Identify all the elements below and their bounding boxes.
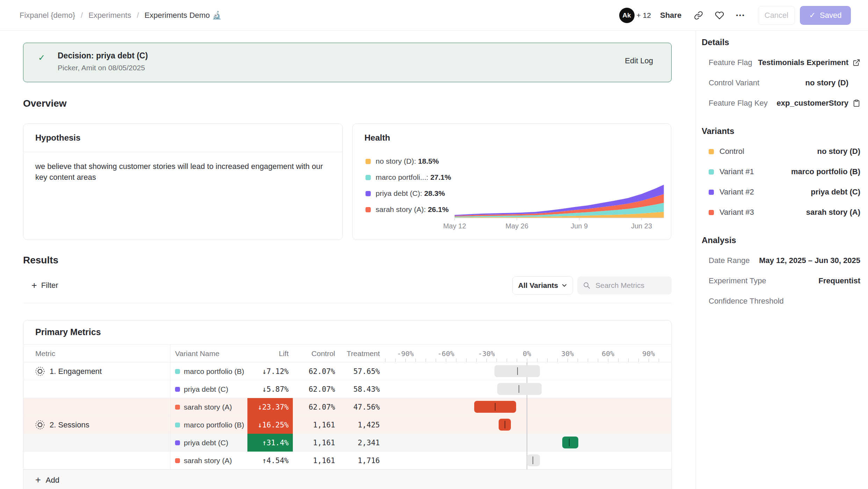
plus-icon: +: [35, 475, 41, 485]
ci-ruler-tick: [608, 359, 608, 362]
lift-badge: ↓23.37%: [247, 398, 293, 416]
ci-ruler-tick: [659, 359, 659, 362]
detail-row: Feature FlagTestimonials Experiment: [696, 52, 868, 73]
saved-button[interactable]: ✓ Saved: [800, 6, 851, 25]
lift-value: ↓7.12%: [247, 362, 293, 380]
all-variants-dropdown[interactable]: All Variants: [512, 276, 573, 295]
legend-color-chip: [366, 159, 371, 164]
results-heading: Results: [23, 255, 58, 266]
ci-ruler-tick: [638, 359, 639, 362]
variant-row: Variant #3sarah story (A): [696, 202, 868, 222]
variant-name: sarah story (A): [184, 456, 232, 465]
treatment-value: 58.43%: [338, 380, 380, 398]
variant-color-chip: [175, 369, 180, 374]
app-header: Fixpanel {demo} / Experiments / Experime…: [0, 0, 868, 31]
variant-name: priya debt (C): [184, 385, 228, 394]
breadcrumb-experiments[interactable]: Experiments: [88, 11, 131, 20]
variant-name: marco portfolio (B): [184, 421, 244, 429]
health-x-tick-label: May 26: [506, 222, 529, 230]
analysis-section: Date RangeMay 12, 2025 – Jun 30, 2025Exp…: [696, 250, 868, 311]
analysis-row: Date RangeMay 12, 2025 – Jun 30, 2025: [696, 250, 868, 271]
metrics-rows: 1. Engagementmarco portfolio (B)↓7.12%62…: [23, 362, 671, 469]
more-menu-icon[interactable]: •••: [736, 12, 745, 19]
health-chart: May 12May 26Jun 9Jun 23: [455, 181, 668, 230]
goal-icon: [35, 367, 45, 376]
treatment-value: 1,425: [338, 416, 380, 434]
detail-row: Feature Flag Keyexp_customerStory: [696, 93, 868, 113]
breadcrumb-current: Experiments Demo 🔬: [145, 11, 222, 20]
variant-name-cell: marco portfolio (B): [175, 416, 244, 434]
hypothesis-card: Hypothesis we believe that showing custo…: [23, 123, 343, 240]
legend-color-chip: [366, 191, 371, 196]
search-metrics-input[interactable]: [595, 281, 666, 290]
add-label: Add: [46, 476, 59, 485]
ci-axis-label: -30%: [478, 349, 495, 358]
column-treatment: Treatment: [338, 349, 380, 358]
variant-color-chip: [175, 458, 180, 463]
variant-row: Variant #2priya debt (C): [696, 182, 868, 202]
detail-value[interactable]: Testimonials Experiment: [758, 58, 848, 67]
avatar-overflow-count[interactable]: + 12: [637, 11, 651, 20]
saved-label: Saved: [820, 11, 841, 20]
ci-ruler-tick: [456, 359, 456, 362]
ci-bar: [497, 383, 542, 395]
variant-color-chip: [709, 210, 714, 215]
metric-label: 1. Engagement: [50, 367, 102, 376]
search-metrics-box: [577, 276, 672, 295]
filter-button[interactable]: + Filter: [31, 276, 58, 295]
share-button[interactable]: Share: [660, 11, 681, 20]
analysis-label: Date Range: [709, 256, 750, 265]
legend-color-chip: [366, 207, 371, 212]
metric-table-row: 1. Engagementmarco portfolio (B)↓7.12%62…: [23, 362, 671, 380]
external-link-icon[interactable]: [853, 59, 860, 66]
metric-table-row: priya debt (C)↓5.87%62.07%58.43%: [23, 380, 671, 398]
legend-label: marco portfoli...: 27.1%: [376, 173, 451, 182]
check-icon: ✓: [38, 53, 45, 63]
goal-icon: [35, 420, 45, 430]
ci-ruler-tick: [517, 359, 517, 362]
analysis-label: Confidence Threshold: [709, 297, 784, 306]
column-lift: Lift: [247, 349, 289, 358]
lift-badge: ↑31.4%: [247, 434, 293, 452]
analysis-label: Experiment Type: [709, 276, 766, 285]
column-divider: [170, 344, 171, 469]
experiment-page: Fixpanel {demo} / Experiments / Experime…: [0, 0, 868, 489]
ci-ruler-tick: [557, 359, 558, 362]
ci-marker: [495, 403, 496, 411]
copy-icon[interactable]: [853, 99, 860, 107]
variant-label: Variant #1: [719, 167, 754, 176]
add-metric-button[interactable]: + Add: [35, 475, 59, 485]
edit-log-button[interactable]: Edit Log: [625, 56, 653, 65]
ci-ruler-tick: [385, 359, 385, 362]
ci-axis-label: -60%: [437, 349, 454, 358]
cancel-button[interactable]: Cancel: [758, 6, 795, 25]
variant-value: sarah story (A): [806, 208, 860, 217]
metric-name: 1. Engagement: [35, 362, 102, 380]
ci-marker: [519, 385, 519, 393]
control-value: 1,161: [293, 416, 335, 434]
avatar[interactable]: Ak: [619, 8, 635, 23]
column-variant-name: Variant Name: [175, 349, 219, 358]
analysis-heading: Analysis: [702, 235, 868, 246]
legend-item: priya debt (C): 28.3%: [366, 185, 451, 201]
link-icon[interactable]: [694, 11, 703, 20]
lift-value: ↑4.54%: [247, 452, 293, 469]
analysis-row: Experiment TypeFrequentist: [696, 271, 868, 291]
ci-marker: [517, 367, 518, 375]
variant-name: sarah story (A): [184, 403, 232, 411]
variant-label: Variant #2: [719, 187, 754, 197]
breadcrumb-workspace[interactable]: Fixpanel {demo}: [20, 11, 75, 20]
variant-name-cell: priya debt (C): [175, 380, 228, 398]
lift-badge: ↓16.25%: [247, 416, 293, 434]
variant-color-chip: [175, 405, 180, 410]
check-icon: ✓: [809, 11, 816, 20]
ci-marker: [533, 456, 533, 464]
variant-name-cell: sarah story (A): [175, 398, 232, 416]
heart-icon[interactable]: [715, 11, 724, 20]
analysis-value: May 12, 2025 – Jun 30, 2025: [759, 256, 860, 265]
variant-value: no story (D): [817, 147, 860, 156]
health-x-tick-label: May 12: [443, 222, 466, 230]
ci-ruler-tick: [476, 359, 477, 362]
ci-ruler-tick: [547, 359, 548, 362]
variant-color-chip: [709, 169, 714, 175]
